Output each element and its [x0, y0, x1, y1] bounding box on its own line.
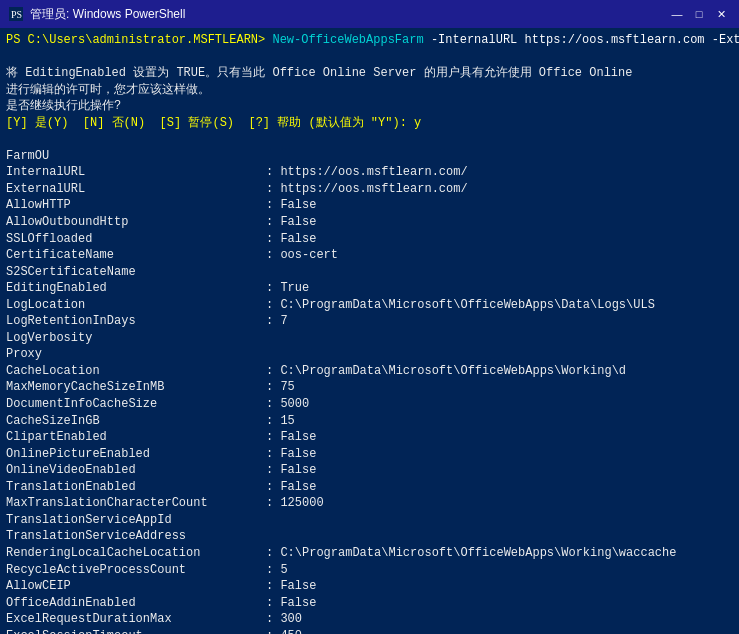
terminal-line: DocumentInfoCacheSize: 5000: [6, 396, 733, 413]
terminal-line: RecycleActiveProcessCount: 5: [6, 562, 733, 579]
terminal-line: 进行编辑的许可时，您才应该这样做。: [6, 82, 733, 99]
terminal-line: CertificateName: oos-cert: [6, 247, 733, 264]
title-bar: PS 管理员: Windows PowerShell — □ ✕: [0, 0, 739, 28]
terminal-line: ExternalURL: https://oos.msftlearn.com/: [6, 181, 733, 198]
terminal-line: TranslationEnabled: False: [6, 479, 733, 496]
terminal-line: LogLocation: C:\ProgramData\Microsoft\Of…: [6, 297, 733, 314]
terminal-line: LogRetentionInDays: 7: [6, 313, 733, 330]
terminal-line: Proxy: [6, 346, 733, 363]
terminal-line: InternalURL: https://oos.msftlearn.com/: [6, 164, 733, 181]
terminal-line: ExcelRequestDurationMax: 300: [6, 611, 733, 628]
terminal-line: PS C:\Users\administrator.MSFTLEARN> New…: [6, 32, 733, 49]
terminal-line: 是否继续执行此操作?: [6, 98, 733, 115]
terminal-line: ExcelSessionTimeout: 450: [6, 628, 733, 634]
terminal-line: AllowHTTP: False: [6, 197, 733, 214]
terminal-line: AllowOutboundHttp: False: [6, 214, 733, 231]
terminal-line: TranslationServiceAddress: [6, 528, 733, 545]
terminal-line: CacheSizeInGB: 15: [6, 413, 733, 430]
close-button[interactable]: ✕: [711, 4, 731, 24]
terminal-line: 将 EditingEnabled 设置为 TRUE。只有当此 Office On…: [6, 65, 733, 82]
terminal-line: OnlinePictureEnabled: False: [6, 446, 733, 463]
terminal-line: OnlineVideoEnabled: False: [6, 462, 733, 479]
terminal-line: EditingEnabled: True: [6, 280, 733, 297]
terminal-line: [Y] 是(Y) [N] 否(N) [S] 暂停(S) [?] 帮助 (默认值为…: [6, 115, 733, 132]
terminal-line: [6, 131, 733, 148]
terminal-line: S2SCertificateName: [6, 264, 733, 281]
terminal-line: ClipartEnabled: False: [6, 429, 733, 446]
minimize-button[interactable]: —: [667, 4, 687, 24]
terminal-line: MaxMemoryCacheSizeInMB: 75: [6, 379, 733, 396]
terminal-line: LogVerbosity: [6, 330, 733, 347]
app-icon: PS: [8, 6, 24, 22]
terminal-line: FarmOU: [6, 148, 733, 165]
terminal-line: AllowCEIP: False: [6, 578, 733, 595]
terminal-line: OfficeAddinEnabled: False: [6, 595, 733, 612]
terminal-output: PS C:\Users\administrator.MSFTLEARN> New…: [0, 28, 739, 634]
maximize-button[interactable]: □: [689, 4, 709, 24]
terminal-line: RenderingLocalCacheLocation: C:\ProgramD…: [6, 545, 733, 562]
window-title: 管理员: Windows PowerShell: [30, 6, 667, 23]
terminal-line: CacheLocation: C:\ProgramData\Microsoft\…: [6, 363, 733, 380]
terminal-line: [6, 49, 733, 66]
terminal-line: TranslationServiceAppId: [6, 512, 733, 529]
window-controls: — □ ✕: [667, 4, 731, 24]
terminal-line: MaxTranslationCharacterCount: 125000: [6, 495, 733, 512]
terminal-line: SSLOffloaded: False: [6, 231, 733, 248]
svg-text:PS: PS: [11, 9, 22, 20]
